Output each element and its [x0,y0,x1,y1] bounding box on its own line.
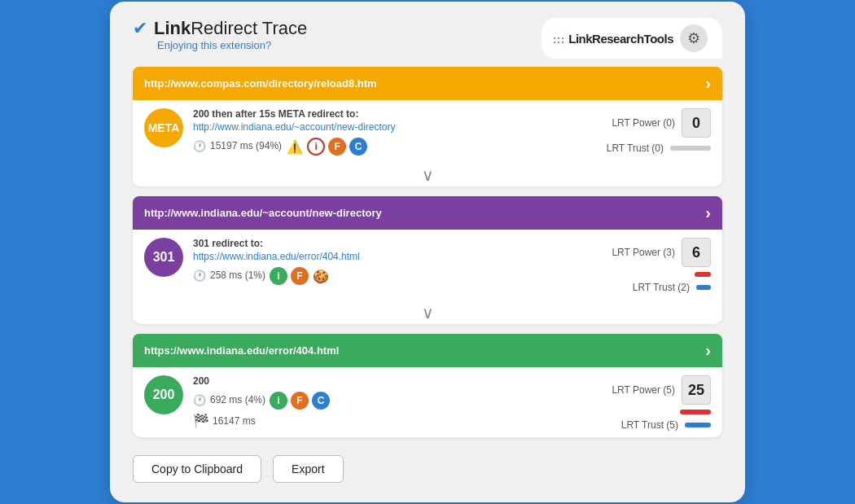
clock-icon-3: 🕐 [193,394,206,406]
lrt-power-label-2: LRT Power (3) [612,247,675,258]
check-icon: ✔ [133,18,147,39]
chevron-down-icon-1: ∨ [422,165,434,185]
redirect-body-2: 301 301 redirect to: https://www.indiana… [133,230,722,300]
chevron-down-row-2: ∨ [133,300,722,324]
redirect-url-1: http://www.compas.com/directory/reload8.… [144,77,377,90]
redirect-target-link-1[interactable]: http://www.indiana.edu/~account/new-dire… [193,121,395,133]
lrt-trust-row-3: LRT Trust (5) [621,419,711,431]
redirect-body-1: META 200 then after 15s META redirect to… [133,100,722,162]
lrt-power-bar-3 [680,410,711,414]
green-i-icon-2: i [270,267,287,285]
lrt-power-row-3: LRT Power (5) 25 [612,375,711,405]
redirect-icons-3: i F C [270,392,330,410]
power-bar-3 [680,410,711,414]
header-right: ::: LinkResearchTools ⚙ [542,18,722,59]
app-title: LinkRedirect Trace [154,18,307,39]
lrt-trust-row-2: LRT Trust (2) [633,282,711,293]
copy-to-clipboard-button[interactable]: Copy to Clipboard [133,455,261,483]
redirect-header-3[interactable]: https://www.indiana.edu/error/404.html › [133,334,722,367]
lrt-score-1: 0 [682,108,711,138]
orange-f-icon-1: F [328,138,346,156]
redirect-timing-3: 🕐 692 ms (4%) i F C [193,390,330,410]
lrt-score-3: 25 [682,375,711,405]
redirect-status-1: 200 then after 15s META redirect to: [193,108,395,120]
settings-button[interactable]: ⚙ [680,24,708,52]
badge-200: 200 [144,375,183,414]
lrt-trust-row-1: LRT Trust (0) [607,142,711,154]
blue-c-icon-1: C [349,138,367,156]
redirect-header-1[interactable]: http://www.compas.com/directory/reload8.… [133,67,722,100]
redirect-info-2: 301 redirect to: https://www.indiana.edu… [193,238,360,285]
chevron-down-icon-2: ∨ [422,303,434,322]
chevron-right-icon-2: › [705,204,711,222]
green-i-icon-3: i [270,392,287,410]
redirect-info-1: 200 then after 15s META redirect to: htt… [193,108,395,156]
chevron-down-row-1: ∨ [133,162,722,186]
flag-icon-3: 🏁 [193,413,209,428]
redirect-body-left-2: 301 301 redirect to: https://www.indiana… [144,238,360,285]
blue-c-icon-3: C [312,392,330,410]
redirect-url-2: http://www.indiana.edu/~account/new-dire… [144,207,382,219]
cookie-icon-2: 🍪 [312,267,330,285]
redirect-blocks: http://www.compas.com/directory/reload8.… [133,67,722,447]
redirect-body-right-3: LRT Power (5) 25 LRT Trust (5) [612,375,711,431]
redirect-body-right-2: LRT Power (3) 6 LRT Trust (2) [612,238,711,293]
lrt-power-bar-2 [695,272,711,277]
lrt-power-label-3: LRT Power (5) [612,384,675,396]
redirect-timing-2: 🕐 258 ms (1%) i F 🍪 [193,265,360,285]
clock-icon-1: 🕐 [193,140,206,152]
lrt-logo: ::: LinkResearchTools [553,32,673,46]
redirect-icons-2: i F 🍪 [270,267,330,285]
redirect-body-3: 200 200 🕐 692 ms (4%) i F C [133,367,722,437]
redirect-info-3: 200 🕐 692 ms (4%) i F C 🏁 [193,375,330,428]
header: ✔ LinkRedirect Trace Enjoying this exten… [133,18,722,59]
redirect-body-left-1: META 200 then after 15s META redirect to… [144,108,395,156]
redirect-body-right-1: LRT Power (0) 0 LRT Trust (0) [607,108,711,154]
orange-f-icon-2: F [291,267,309,285]
main-card: ✔ LinkRedirect Trace Enjoying this exten… [110,2,745,502]
lrt-trust-label-3: LRT Trust (5) [621,419,678,431]
badge-301: 301 [144,238,183,277]
footer-buttons: Copy to Clipboard Export [133,455,722,483]
title-row: ✔ LinkRedirect Trace [133,18,307,39]
red-i-icon-1: i [307,138,325,156]
redirect-target-link-2[interactable]: https://www.indiana.edu/error/404.html [193,251,360,262]
extra-timing-3: 🏁 16147 ms [193,413,330,428]
orange-f-icon-3: F [291,392,309,410]
lrt-power-row-2: LRT Power (3) 6 [612,238,711,267]
lrt-trust-label-2: LRT Trust (2) [633,282,690,293]
redirect-status-2: 301 redirect to: [193,238,360,249]
redirect-timing-1: 🕐 15197 ms (94%) ⚠️ i F C [193,136,395,156]
badge-meta: META [144,108,183,147]
power-bar-2 [695,272,711,277]
warning-icon-1: ⚠️ [286,138,304,156]
lrt-trust-bar-3 [685,423,711,427]
redirect-url-3: https://www.indiana.edu/error/404.html [144,344,339,357]
lrt-trust-bar-1 [670,146,711,151]
lrt-power-label-1: LRT Power (0) [612,117,675,129]
redirect-card-1: http://www.compas.com/directory/reload8.… [133,67,722,186]
header-left: ✔ LinkRedirect Trace Enjoying this exten… [133,18,307,51]
chevron-right-icon-1: › [705,74,711,93]
redirect-card-3: https://www.indiana.edu/error/404.html ›… [133,334,722,437]
lrt-trust-bar-2 [696,285,711,290]
redirect-body-left-3: 200 200 🕐 692 ms (4%) i F C [144,375,330,428]
export-button[interactable]: Export [273,455,343,483]
lrt-power-row-1: LRT Power (0) 0 [612,108,711,138]
redirect-card-2: http://www.indiana.edu/~account/new-dire… [133,196,722,324]
redirect-icons-1: ⚠️ i F C [286,138,367,156]
enjoying-link[interactable]: Enjoying this extension? [157,39,307,51]
lrt-score-2: 6 [682,238,711,267]
lrt-trust-label-1: LRT Trust (0) [607,142,664,154]
redirect-status-3: 200 [193,375,330,387]
clock-icon-2: 🕐 [193,270,206,282]
redirect-header-2[interactable]: http://www.indiana.edu/~account/new-dire… [133,196,722,230]
chevron-right-icon-3: › [705,341,711,360]
